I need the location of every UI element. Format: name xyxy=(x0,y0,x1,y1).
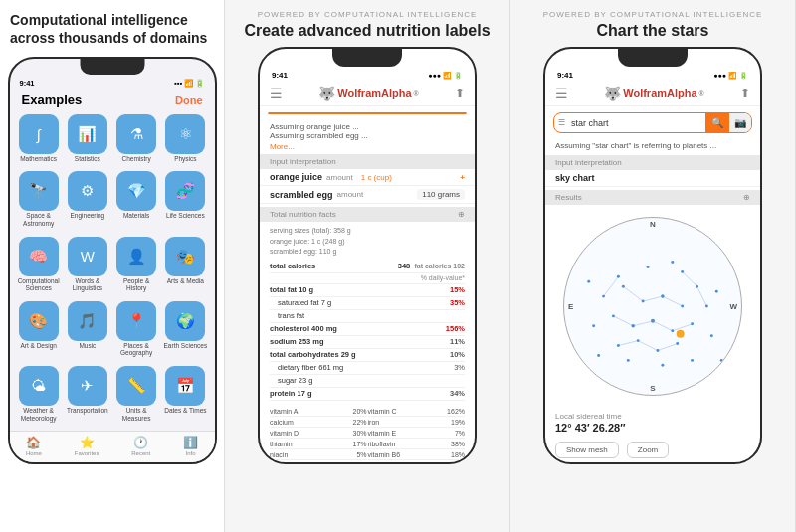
svg-point-38 xyxy=(677,330,685,338)
svg-point-14 xyxy=(642,300,645,303)
example-cell-icon: ⚗ xyxy=(116,114,156,154)
search-input-3[interactable]: star chart xyxy=(569,114,705,132)
example-cell[interactable]: 📊Statistics xyxy=(65,114,110,168)
example-cell-label: Art & Design xyxy=(20,342,57,350)
example-cell[interactable]: ⚛Physics xyxy=(162,114,208,168)
chart-buttons: Show mesh Zoom xyxy=(545,438,760,462)
section-nutrition-facts: Total nutrition facts ⊕ xyxy=(260,207,475,222)
vit-b12: vitamin B1217% xyxy=(270,461,367,465)
svg-point-37 xyxy=(691,359,694,362)
compass-W: W xyxy=(729,302,737,311)
example-cell[interactable]: 🎵Music xyxy=(65,301,110,363)
interp-row-oj: orange juice amount 1 c (cup) + xyxy=(260,169,475,186)
menu-icon[interactable]: ☰ xyxy=(270,86,283,101)
example-cell-label: Life Sciences xyxy=(166,212,205,220)
example-cell-icon: 📅 xyxy=(165,366,205,406)
tab-home[interactable]: 🏠Home xyxy=(26,436,42,456)
folate: folate24% xyxy=(368,461,466,465)
svg-line-12 xyxy=(697,286,707,306)
trans-fat: trans fat xyxy=(270,310,465,323)
show-mesh-button[interactable]: Show mesh xyxy=(555,442,619,458)
sky-chart: N S E W xyxy=(563,217,742,396)
svg-point-25 xyxy=(676,342,679,345)
phone-stars: 9:41 ●●●📶🔋 ☰ 🐺 WolframAlpha ® ⬆ ☰ star c… xyxy=(543,47,762,464)
example-cell[interactable]: ⚗Chemistry xyxy=(113,114,159,168)
phone3-status: 9:41 ●●●📶🔋 xyxy=(545,67,760,82)
menu-icon-3[interactable]: ☰ xyxy=(555,86,568,101)
example-cell[interactable]: 🌤Weather & Meteorology xyxy=(16,366,62,428)
examples-grid: ∫Mathematics📊Statistics⚗Chemistry⚛Physic… xyxy=(10,111,215,431)
example-cell[interactable]: 🎨Art & Design xyxy=(16,301,62,363)
svg-point-39 xyxy=(597,354,600,357)
share-icon[interactable]: ⬆ xyxy=(455,87,465,100)
example-cell[interactable]: 🎭Arts & Media xyxy=(162,237,208,298)
example-cell[interactable]: 📍Places & Geography xyxy=(113,301,159,363)
phone3-time: 9:41 xyxy=(557,71,573,80)
wolfram-name: WolframAlpha xyxy=(337,88,411,99)
example-cell[interactable]: 🧬Life Sciences xyxy=(162,171,208,233)
search-bar-2: ☰ orange juice and scrambled eggs 🔍 📷 xyxy=(268,112,467,114)
svg-point-42 xyxy=(720,359,723,362)
wa-header-3: ☰ 🐺 WolframAlpha ® ⬆ xyxy=(545,82,760,106)
search-button-2[interactable]: 🔍 xyxy=(420,112,444,114)
example-cell-label: Arts & Media xyxy=(167,277,204,285)
vit-e: vitamin E7% xyxy=(368,429,466,439)
svg-line-6 xyxy=(673,324,693,331)
example-cell[interactable]: 🌍Earth Sciences xyxy=(162,301,208,363)
example-cell-icon: ⚛ xyxy=(165,114,205,154)
camera-button[interactable]: 📷 xyxy=(444,112,466,114)
registered-mark-3: ® xyxy=(699,90,704,97)
svg-point-34 xyxy=(671,261,674,264)
iron: iron19% xyxy=(368,418,466,428)
example-cell[interactable]: 🔭Space & Astronomy xyxy=(16,171,62,233)
example-cell-label: Mathematics xyxy=(20,155,57,163)
vitamin-grid: vitamin A20% vitamin C162% calcium22% ir… xyxy=(260,405,475,465)
example-cell-icon: 🎵 xyxy=(68,301,107,341)
example-cell[interactable]: 🧠Computational Sciences xyxy=(16,237,62,298)
sat-fat: saturated fat 7 g35% xyxy=(270,297,465,310)
section-input-interp-3: Input interpretation xyxy=(545,155,760,170)
wolf-icon-3: 🐺 xyxy=(604,86,621,101)
tab-info[interactable]: ℹ️Info xyxy=(183,436,198,456)
share-icon-3[interactable]: ⬆ xyxy=(740,87,750,100)
example-cell[interactable]: WWords & Linguistics xyxy=(65,237,110,298)
sidereal-time: Local sidereal time 12° 43′ 26.28″ xyxy=(545,408,760,438)
example-cell-icon: 👤 xyxy=(116,237,156,276)
phone-examples: 9:41 ▪▪▪ 📶 🔋 Examples Done ∫Mathematics📊… xyxy=(8,57,217,464)
svg-point-15 xyxy=(661,294,665,298)
done-button[interactable]: Done xyxy=(175,94,203,106)
tab-favorites[interactable]: ⭐Favorites xyxy=(75,436,100,456)
example-cell-label: Words & Linguistics xyxy=(65,277,110,293)
panel-domains: Computational intelligence across thousa… xyxy=(0,0,225,532)
svg-point-20 xyxy=(671,329,674,332)
nutrition-table: serving sizes (total): 358 g orange juic… xyxy=(260,222,475,405)
serving-info: serving sizes (total): 358 g orange juic… xyxy=(270,226,465,258)
example-cell[interactable]: ✈Transportation xyxy=(65,366,110,428)
interp-sky-chart: sky chart xyxy=(545,170,760,187)
phone2-status-icons: ●●●📶🔋 xyxy=(428,72,463,80)
example-cell-icon: 📊 xyxy=(68,114,107,154)
example-cell-icon: 🎭 xyxy=(165,237,205,276)
total-calories: total calories348 fat calories 102 xyxy=(270,261,465,273)
star-map-svg xyxy=(564,218,741,395)
wa-header-2: ☰ 🐺 WolframAlpha ® ⬆ xyxy=(260,82,475,106)
wolfram-logo: 🐺 WolframAlpha ® xyxy=(318,86,419,101)
example-cell[interactable]: ⚙Engineering xyxy=(65,171,110,233)
example-cell[interactable]: 📏Units & Measures xyxy=(113,366,159,428)
svg-point-18 xyxy=(631,324,635,328)
examples-title: Examples xyxy=(22,92,83,107)
more-link[interactable]: More... xyxy=(260,142,475,151)
example-cell[interactable]: 👤People & History xyxy=(113,237,159,298)
example-cell-icon: 🔭 xyxy=(19,171,59,211)
dietary-fiber: dietary fiber 661 mg3% xyxy=(270,362,465,375)
example-cell[interactable]: 📅Dates & Times xyxy=(162,366,208,428)
search-input-2[interactable]: orange juice and scrambled eggs xyxy=(284,112,420,114)
sugar: sugar 23 g xyxy=(270,375,465,388)
camera-button-3[interactable]: 📷 xyxy=(729,113,751,132)
calcium: calcium22% xyxy=(270,418,367,428)
search-button-3[interactable]: 🔍 xyxy=(705,113,729,132)
example-cell[interactable]: ∫Mathematics xyxy=(16,114,62,168)
example-cell[interactable]: 💎Materials xyxy=(113,171,159,233)
zoom-button[interactable]: Zoom xyxy=(627,442,669,458)
tab-recent[interactable]: 🕐Recent xyxy=(131,436,150,456)
